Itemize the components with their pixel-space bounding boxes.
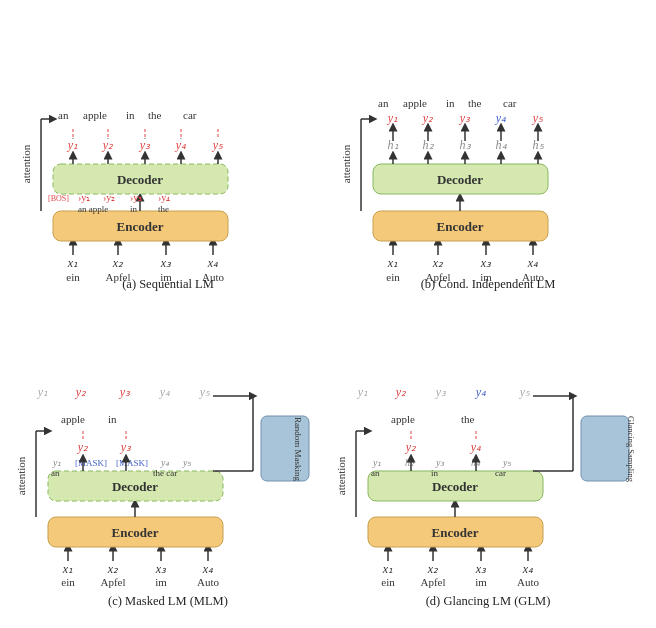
svg-text:x₂: x₂ [112, 256, 124, 270]
svg-text:y₄: y₄ [475, 385, 486, 399]
svg-text:x₂: x₂ [432, 256, 444, 270]
svg-text:·: · [107, 134, 109, 143]
svg-text:y₂: y₂ [395, 385, 407, 399]
svg-text:·: · [144, 134, 146, 143]
svg-text:y₃: y₃ [119, 385, 131, 399]
svg-text:x₄: x₄ [202, 562, 213, 576]
svg-text:ein: ein [66, 271, 80, 283]
svg-text:car: car [503, 97, 517, 109]
svg-text:the: the [158, 204, 169, 214]
svg-text:x₂: x₂ [427, 562, 439, 576]
svg-text:attention: attention [340, 144, 352, 183]
diagram-c: x₁ x₂ x₃ x₄ ein Apfel im Auto Encoder at… [13, 321, 323, 591]
svg-text:the: the [461, 413, 475, 425]
svg-text:x₃: x₃ [475, 562, 487, 576]
svg-text:›y₃: ›y₃ [130, 192, 142, 203]
svg-text:y₃: y₃ [459, 111, 471, 125]
panel-c: x₁ x₂ x₃ x₄ ein Apfel im Auto Encoder at… [13, 316, 323, 614]
diagram-b: x₁ x₂ x₃ x₄ ein Apfel im Auto Encoder at… [338, 19, 638, 274]
caption-a: (a) Sequential LM [122, 277, 214, 292]
svg-text:ein: ein [381, 576, 395, 588]
svg-text:y₁: y₁ [52, 457, 61, 468]
svg-text:in: in [431, 468, 439, 478]
svg-text:y₅: y₅ [182, 457, 192, 468]
svg-text:attention: attention [20, 144, 32, 183]
diagram-a: x₁ x₂ x₃ x₄ ein Apfel im Auto Encoder at… [18, 19, 318, 274]
svg-text:y₃: y₃ [120, 440, 132, 454]
svg-text:y₁: y₁ [387, 111, 398, 125]
svg-text:ein: ein [386, 271, 400, 283]
svg-text:attention: attention [335, 456, 347, 495]
svg-text:the: the [468, 97, 482, 109]
svg-text:y₂: y₂ [75, 385, 87, 399]
svg-text:y₁: y₁ [357, 385, 368, 399]
svg-text:Decoder: Decoder [112, 479, 158, 494]
svg-text:Random Masking: Random Masking [293, 417, 303, 482]
svg-text:x₃: x₃ [155, 562, 167, 576]
svg-text:apple: apple [391, 413, 415, 425]
svg-text:y₅: y₅ [199, 385, 211, 399]
svg-text:Decoder: Decoder [432, 479, 478, 494]
svg-text:Apfel: Apfel [420, 576, 445, 588]
svg-text:in: in [130, 204, 138, 214]
svg-text:x₂: x₂ [107, 562, 119, 576]
svg-text:y₂: y₂ [77, 440, 89, 454]
svg-text:·: · [180, 134, 182, 143]
svg-text:x₄: x₄ [522, 562, 533, 576]
svg-text:h₂: h₂ [405, 457, 415, 468]
svg-text:y₅: y₅ [212, 138, 224, 152]
svg-text:x₁: x₁ [67, 256, 78, 270]
svg-text:[BOS]: [BOS] [48, 194, 69, 203]
svg-text:x₃: x₃ [480, 256, 492, 270]
svg-text:im: im [155, 576, 167, 588]
svg-text:[MASK]: [MASK] [116, 458, 148, 468]
svg-text:y₅: y₅ [532, 111, 544, 125]
svg-text:Apfel: Apfel [100, 576, 125, 588]
svg-text:x₄: x₄ [207, 256, 218, 270]
svg-text:ein: ein [61, 576, 75, 588]
panel-a: x₁ x₂ x₃ x₄ ein Apfel im Auto Encoder at… [13, 14, 323, 306]
diagram-d: x₁ x₂ x₃ x₄ ein Apfel im Auto Encoder at… [333, 321, 643, 591]
svg-text:y₂: y₂ [405, 440, 417, 454]
panel-b: x₁ x₂ x₃ x₄ ein Apfel im Auto Encoder at… [333, 14, 643, 306]
main-container: x₁ x₂ x₃ x₄ ein Apfel im Auto Encoder at… [8, 9, 648, 619]
svg-text:an: an [371, 468, 380, 478]
svg-text:apple: apple [403, 97, 427, 109]
svg-text:an apple: an apple [78, 204, 108, 214]
svg-text:car: car [495, 468, 506, 478]
svg-text:x₁: x₁ [387, 256, 398, 270]
svg-text:y₄: y₄ [160, 457, 170, 468]
svg-text:Auto: Auto [517, 576, 540, 588]
caption-c: (c) Masked LM (MLM) [108, 594, 228, 609]
svg-text:y₅: y₅ [502, 457, 512, 468]
svg-text:Decoder: Decoder [117, 172, 163, 187]
caption-d: (d) Glancing LM (GLM) [426, 594, 551, 609]
svg-text:car: car [183, 109, 197, 121]
svg-text:›y₁: ›y₁ [78, 192, 90, 203]
svg-text:x₃: x₃ [160, 256, 172, 270]
svg-text:Glancing Sampling: Glancing Sampling [626, 416, 636, 483]
svg-text:im: im [475, 576, 487, 588]
svg-text:·: · [72, 134, 74, 143]
svg-text:x₄: x₄ [527, 256, 538, 270]
svg-text:y₄: y₄ [495, 111, 506, 125]
svg-text:the: the [148, 109, 162, 121]
svg-text:apple: apple [61, 413, 85, 425]
svg-text:an: an [378, 97, 389, 109]
svg-rect-186 [581, 416, 629, 481]
svg-text:x₁: x₁ [62, 562, 73, 576]
svg-text:Auto: Auto [197, 576, 220, 588]
svg-text:y₄: y₄ [159, 385, 170, 399]
svg-text:y₂: y₂ [422, 111, 434, 125]
svg-text:an: an [58, 109, 69, 121]
svg-text:attention: attention [15, 456, 27, 495]
svg-text:in: in [446, 97, 455, 109]
svg-text:in: in [126, 109, 135, 121]
caption-b: (b) Cond. Independent LM [421, 277, 556, 292]
svg-text:›y₂: ›y₂ [103, 192, 115, 203]
svg-text:an: an [51, 468, 60, 478]
svg-text:[MASK]: [MASK] [75, 458, 107, 468]
svg-text:y₃: y₃ [435, 385, 447, 399]
svg-text:›y₄: ›y₄ [158, 192, 170, 203]
svg-text:y₄: y₄ [470, 440, 481, 454]
